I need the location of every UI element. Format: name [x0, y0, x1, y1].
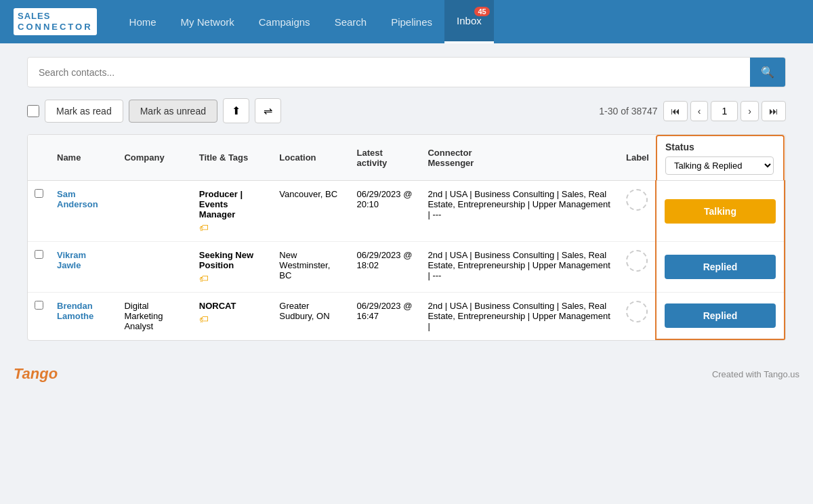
status-button[interactable]: Replied: [665, 303, 776, 328]
row-checkbox[interactable]: [35, 189, 43, 198]
row-status-cell: Replied: [656, 242, 785, 293]
nav-inbox[interactable]: Inbox 45: [444, 0, 494, 43]
nav-pipelines[interactable]: Pipelines: [379, 0, 444, 43]
first-page-button[interactable]: ⏮: [663, 101, 688, 121]
search-icon: 🔍: [761, 66, 774, 78]
contact-name[interactable]: Vikram Jawle: [57, 250, 86, 270]
contact-name[interactable]: Sam Anderson: [57, 189, 98, 209]
status-filter-dropdown[interactable]: Talking & Replied Talking Replied All: [665, 156, 774, 175]
row-name-cell: Sam Anderson: [50, 181, 117, 242]
col-connector-messenger: ConnectorMessenger: [421, 135, 619, 181]
current-page: 1: [711, 101, 738, 121]
row-company-cell: [117, 181, 192, 242]
label-circle: [626, 301, 648, 322]
inbox-badge: 45: [474, 7, 489, 16]
row-location-cell: Greater Sudbury, ON: [272, 293, 350, 340]
col-status: Status Talking & Replied Talking Replied…: [656, 135, 785, 181]
status-button[interactable]: Talking: [665, 199, 776, 224]
tag-icon: 🏷: [199, 222, 209, 233]
col-latest-activity: Latestactivity: [350, 135, 421, 181]
table-row: Sam Anderson Producer | Events Manager 🏷…: [28, 181, 785, 242]
row-messenger-cell: 2nd | USA | Business Consulting | Sales,…: [421, 293, 619, 340]
tango-logo: Tango: [14, 365, 58, 383]
label-circle: [626, 250, 648, 272]
nav-search[interactable]: Search: [322, 0, 379, 43]
logo-box: SALES CONNECTOR: [14, 8, 97, 35]
navbar: SALES CONNECTOR Home My Network Campaign…: [0, 0, 813, 43]
status-column-header: Status Talking & Replied Talking Replied…: [656, 135, 785, 180]
row-title-cell: NORCAT 🏷: [192, 293, 273, 340]
row-status-cell: Replied: [656, 293, 785, 340]
row-messenger-cell: 2nd | USA | Business Consulting | Sales,…: [421, 242, 619, 293]
export-button[interactable]: ⬆: [223, 98, 249, 123]
col-label: Label: [619, 135, 656, 181]
pagination-controls: ⏮ ‹ 1 › ⏭: [663, 101, 786, 121]
row-label-cell: [619, 181, 656, 242]
row-label-cell: [619, 242, 656, 293]
search-bar-container: 🔍: [27, 57, 786, 87]
row-location-cell: Vancouver, BC: [272, 181, 350, 242]
status-button[interactable]: Replied: [665, 255, 776, 279]
toolbar: Mark as read Mark as unread ⬆ ⇌ 1-30 of …: [27, 98, 786, 123]
table-row: Brendan Lamothe Digital Marketing Analys…: [28, 293, 785, 340]
row-checkbox[interactable]: [35, 301, 43, 310]
table-wrapper: Name Company Title & Tags Location Lates…: [27, 134, 786, 341]
col-checkbox: [28, 135, 50, 181]
footer-credit: Created with Tango.us: [712, 369, 799, 379]
mark-unread-button[interactable]: Mark as unread: [129, 100, 217, 123]
row-checkbox-cell: [28, 181, 50, 242]
footer: Tango Created with Tango.us: [0, 354, 813, 394]
nav-home[interactable]: Home: [117, 0, 169, 43]
table-header-row: Name Company Title & Tags Location Lates…: [28, 135, 785, 181]
prev-page-button[interactable]: ‹: [690, 101, 709, 121]
col-company: Company: [117, 135, 192, 181]
shuffle-button[interactable]: ⇌: [255, 98, 281, 123]
row-checkbox[interactable]: [35, 250, 43, 259]
row-label-cell: [619, 293, 656, 340]
row-name-cell: Vikram Jawle: [50, 242, 117, 293]
tag-icon: 🏷: [199, 273, 209, 284]
row-activity-cell: 06/29/2023 @ 18:02: [350, 242, 421, 293]
status-header-label: Status: [665, 142, 694, 152]
shuffle-icon: ⇌: [264, 105, 272, 117]
row-activity-cell: 06/29/2023 @ 16:47: [350, 293, 421, 340]
nav-campaigns[interactable]: Campaigns: [247, 0, 322, 43]
export-icon: ⬆: [232, 105, 241, 117]
row-name-cell: Brendan Lamothe: [50, 293, 117, 340]
contacts-table: Name Company Title & Tags Location Lates…: [28, 135, 785, 340]
col-location: Location: [272, 135, 350, 181]
logo: SALES CONNECTOR: [14, 8, 97, 35]
label-circle: [626, 189, 648, 211]
col-title-tags: Title & Tags: [192, 135, 273, 181]
pagination-info: 1-30 of 38747: [599, 106, 657, 117]
last-page-button[interactable]: ⏭: [762, 101, 786, 121]
table-row: Vikram Jawle Seeking New Position 🏷 New …: [28, 242, 785, 293]
mark-read-button[interactable]: Mark as read: [45, 100, 123, 123]
select-all-checkbox[interactable]: [27, 105, 39, 117]
main-container: 🔍 Mark as read Mark as unread ⬆ ⇌ 1-30 o…: [14, 43, 799, 354]
tag-icon: 🏷: [199, 314, 209, 324]
search-button[interactable]: 🔍: [750, 58, 785, 87]
row-checkbox-cell: [28, 293, 50, 340]
row-title-cell: Seeking New Position 🏷: [192, 242, 273, 293]
row-status-cell: Talking: [656, 181, 785, 242]
row-company-cell: Digital Marketing Analyst: [117, 293, 192, 340]
contact-name[interactable]: Brendan Lamothe: [57, 301, 93, 321]
search-input[interactable]: [28, 59, 750, 86]
col-name: Name: [50, 135, 117, 181]
next-page-button[interactable]: ›: [741, 101, 759, 121]
row-location-cell: New Westminster, BC: [272, 242, 350, 293]
row-checkbox-cell: [28, 242, 50, 293]
nav-my-network[interactable]: My Network: [169, 0, 247, 43]
row-messenger-cell: 2nd | USA | Business Consulting | Sales,…: [421, 181, 619, 242]
row-company-cell: [117, 242, 192, 293]
row-activity-cell: 06/29/2023 @ 20:10: [350, 181, 421, 242]
row-title-cell: Producer | Events Manager 🏷: [192, 181, 273, 242]
